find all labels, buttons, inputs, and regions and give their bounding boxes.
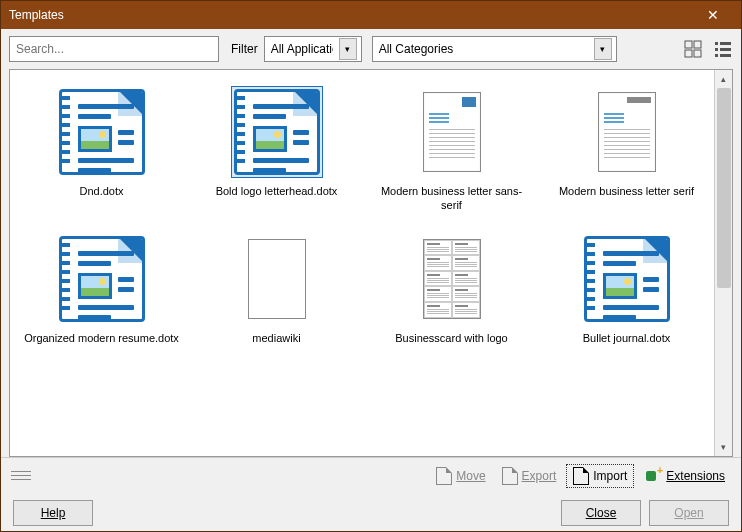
- svg-rect-9: [720, 54, 731, 57]
- template-label: Modern business letter sans-serif: [372, 184, 532, 213]
- template-thumbnail[interactable]: [406, 233, 498, 325]
- writer-document-icon: [234, 89, 320, 175]
- template-thumbnail[interactable]: [581, 233, 673, 325]
- extensions-label: Extensions: [666, 469, 725, 483]
- svg-rect-2: [685, 50, 692, 57]
- document-icon: [436, 467, 452, 485]
- template-thumbnail[interactable]: [56, 233, 148, 325]
- svg-rect-7: [720, 48, 731, 51]
- help-button[interactable]: Help: [13, 500, 93, 526]
- open-button[interactable]: Open: [649, 500, 729, 526]
- template-label: Modern business letter serif: [559, 184, 694, 198]
- writer-document-icon: [59, 236, 145, 322]
- move-label: Move: [456, 469, 485, 483]
- actions-row: Move Export Import Extensions: [1, 458, 741, 494]
- export-button[interactable]: Export: [496, 465, 563, 487]
- svg-rect-3: [694, 50, 701, 57]
- applications-dropdown[interactable]: All Applications ▾: [264, 36, 362, 62]
- scroll-down-icon[interactable]: ▾: [715, 438, 732, 456]
- template-item[interactable]: mediawiki: [189, 233, 364, 345]
- export-label: Export: [522, 469, 557, 483]
- menu-icon[interactable]: [11, 471, 31, 480]
- scroll-thumb[interactable]: [717, 88, 731, 288]
- import-button[interactable]: Import: [566, 464, 634, 488]
- extension-icon: [644, 467, 662, 485]
- template-item[interactable]: Modern business letter sans-serif: [364, 86, 539, 213]
- template-thumbnail[interactable]: [406, 86, 498, 178]
- buttons-row: Help Close Open: [1, 494, 741, 532]
- template-thumbnail[interactable]: [231, 233, 323, 325]
- close-button[interactable]: Close: [561, 500, 641, 526]
- writer-document-icon: [59, 89, 145, 175]
- svg-rect-6: [715, 48, 718, 51]
- svg-rect-0: [685, 41, 692, 48]
- move-button[interactable]: Move: [430, 465, 491, 487]
- dialog-content: Filter All Applications ▾ All Categories…: [1, 29, 741, 532]
- document-icon: [502, 467, 518, 485]
- template-label: Dnd.dotx: [79, 184, 123, 198]
- import-label: Import: [593, 469, 627, 483]
- template-item[interactable]: Organized modern resume.dotx: [14, 233, 189, 345]
- bottom-bar: Move Export Import Extensions Help Close…: [1, 457, 741, 532]
- close-icon[interactable]: ✕: [693, 1, 733, 29]
- titlebar: Templates ✕: [1, 1, 741, 29]
- template-item[interactable]: Businesscard with logo: [364, 233, 539, 345]
- template-label: Organized modern resume.dotx: [24, 331, 179, 345]
- scroll-up-icon[interactable]: ▴: [715, 70, 732, 88]
- svg-rect-5: [720, 42, 731, 45]
- toolbar: Filter All Applications ▾ All Categories…: [1, 29, 741, 69]
- writer-document-icon: [584, 236, 670, 322]
- template-label: Bold logo letterhead.dotx: [216, 184, 338, 198]
- categories-dropdown[interactable]: All Categories ▾: [372, 36, 617, 62]
- template-label: Businesscard with logo: [395, 331, 508, 345]
- letter-preview-icon: [598, 92, 656, 172]
- template-thumbnail[interactable]: [56, 86, 148, 178]
- template-item[interactable]: Bold logo letterhead.dotx: [189, 86, 364, 213]
- svg-rect-4: [715, 42, 718, 45]
- filter-label: Filter: [231, 42, 258, 56]
- template-label: mediawiki: [252, 331, 300, 345]
- svg-rect-8: [715, 54, 718, 57]
- templates-panel: Dnd.dotxBold logo letterhead.dotxModern …: [9, 69, 733, 457]
- letter-preview-icon: [423, 92, 481, 172]
- template-item[interactable]: Modern business letter serif: [539, 86, 714, 213]
- chevron-down-icon[interactable]: ▾: [594, 38, 612, 60]
- template-item[interactable]: Dnd.dotx: [14, 86, 189, 213]
- templates-grid: Dnd.dotxBold logo letterhead.dotxModern …: [10, 70, 732, 361]
- search-input[interactable]: [9, 36, 219, 62]
- categories-value: All Categories: [379, 42, 588, 56]
- businesscard-preview-icon: [423, 239, 481, 319]
- document-icon: [573, 467, 589, 485]
- thumbnail-view-button[interactable]: [683, 39, 703, 59]
- template-item[interactable]: Bullet journal.dotx: [539, 233, 714, 345]
- blank-document-icon: [248, 239, 306, 319]
- svg-rect-1: [694, 41, 701, 48]
- template-thumbnail[interactable]: [581, 86, 673, 178]
- scrollbar[interactable]: ▴ ▾: [714, 70, 732, 456]
- template-thumbnail[interactable]: [231, 86, 323, 178]
- extensions-button[interactable]: Extensions: [638, 465, 731, 487]
- window-title: Templates: [9, 8, 64, 22]
- applications-value: All Applications: [271, 42, 333, 56]
- list-view-button[interactable]: [713, 39, 733, 59]
- template-label: Bullet journal.dotx: [583, 331, 670, 345]
- chevron-down-icon[interactable]: ▾: [339, 38, 357, 60]
